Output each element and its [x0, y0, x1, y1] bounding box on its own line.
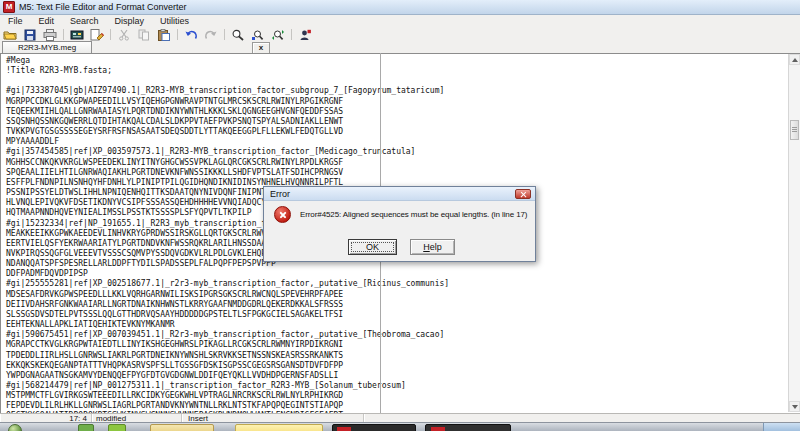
convert-icon[interactable]	[67, 28, 87, 41]
menu-item[interactable]: Search	[62, 15, 107, 28]
editor-line: #gi|733387045|gb|AIZ97490.1|_R2R3-MYB_tr…	[6, 86, 449, 96]
scrollbar-thumb[interactable]	[790, 120, 799, 140]
redo-icon	[201, 28, 221, 41]
export-icon[interactable]	[87, 28, 107, 41]
tab-bar: R2R3-MYB.meg x	[0, 41, 800, 53]
scroll-down-icon[interactable]	[789, 401, 800, 412]
print-icon[interactable]	[40, 28, 60, 41]
editor-line: #gi|590675451|ref|XP_007039451.1|_R2r3-m…	[6, 330, 449, 340]
menu-item[interactable]: File	[0, 15, 31, 28]
close-icon[interactable]	[515, 189, 531, 199]
windows-taskbar	[0, 422, 800, 431]
start-button[interactable]	[8, 424, 22, 431]
editor-line: MGRAPCCTKVGLKRGPWTAIEDTLLINYIKSHGEGHWRSL…	[6, 340, 449, 350]
scroll-up-icon[interactable]	[789, 54, 800, 65]
editor-line: SSQSNHQSSNKGQWERRLQTDIHTAKQALCDALSLDKPPV…	[6, 117, 449, 127]
editor-line	[6, 76, 449, 86]
menu-bar: FileEditSearchDisplayUtilities	[0, 15, 800, 28]
save-icon[interactable]	[20, 28, 40, 41]
error-icon	[274, 206, 291, 223]
system-tray[interactable]	[763, 423, 800, 431]
toolbar-separator	[291, 29, 292, 40]
editor-line: MGHHSCCNKQKVKRGLWSPEEDEKLINYITNYGHGCWSSV…	[6, 158, 449, 168]
editor-line: #gi|255555281|ref|XP_002518677.1|_r2r3-m…	[6, 279, 449, 289]
editor-line: DEIIVDAHSRFGNKWAAIARLLNGRTDNAIKNHWNSTLKR…	[6, 300, 449, 310]
vertical-scrollbar[interactable]	[788, 54, 800, 412]
find-icon[interactable]	[228, 28, 248, 41]
tab-active-file[interactable]: R2R3-MYB.meg	[2, 41, 92, 53]
help-button-label: elp	[430, 242, 442, 252]
window-title: M5: Text File Editor and Format Converte…	[19, 2, 186, 12]
editor-line: SPQEAALIIELHTILGNRWAQIAKHLPGRTDNEVKNFWNS…	[6, 168, 449, 178]
paste-icon[interactable]	[154, 28, 174, 41]
editor-line: MSTPMMCTFLGVIRKGSWTEEEDILLRKCIDKYGEGKWHL…	[6, 391, 449, 401]
toolbar-separator	[110, 29, 111, 40]
undo-icon[interactable]	[181, 28, 201, 41]
taskbar-active-app-button[interactable]	[235, 424, 323, 431]
editor-line: FEPDEVDLILRLHKLLGNRWSLIAGRLPGRTANDVKNYWN…	[6, 401, 449, 411]
editor-line: MPYAAAADDLF	[6, 137, 449, 147]
help-button[interactable]: Help	[410, 239, 455, 255]
error-dialog-title-bar[interactable]: Error	[264, 187, 535, 201]
taskbar-folder-button[interactable]	[150, 424, 214, 431]
editor-line: !Title R2R3-MYB.fasta;	[6, 66, 449, 76]
copy-icon	[134, 28, 154, 41]
editor-line: TEQEEKMIIHLQALLGNRWAAIASYLPQRTDNDIKNYWNT…	[6, 107, 449, 117]
editor-line: SLSSGSDVSDTELPVTSSSLQQLGTTHDRVQSAAYHDDDD…	[6, 310, 449, 320]
editor-line: MGRPPCCDKLGLKKGPWAPEEDILLVSYIQEHGPGNWRAV…	[6, 97, 449, 107]
taskbar-app-button[interactable]	[425, 424, 511, 431]
ok-button[interactable]: OK	[348, 239, 397, 255]
replace-icon[interactable]	[268, 28, 288, 41]
editor-line: TPDEDDLIIRLHSLLGNRWSLIAKRLPGRTDNEIKNYWNS…	[6, 351, 449, 361]
toolbar-separator	[63, 29, 64, 40]
app-icon: M	[3, 1, 15, 13]
toolbar	[0, 28, 800, 42]
taskbar-app-button[interactable]	[332, 424, 416, 431]
editor-line: #gi|568214479|ref|NP_001275311.1|_transc…	[6, 381, 449, 391]
toolbar-separator	[177, 29, 178, 40]
menu-item[interactable]: Utilities	[152, 15, 197, 28]
taskbar-app-icon[interactable]	[78, 424, 94, 431]
editor-line: #gi|357454585|ref|XP_003597573.1|_R2R3-M…	[6, 147, 449, 157]
taskbar-app-icon[interactable]	[108, 424, 126, 431]
application-window: M M5: Text File Editor and Format Conver…	[0, 0, 800, 431]
error-dialog: Error Error#4525: Aligned sequences must…	[263, 186, 536, 262]
search-again-icon[interactable]	[248, 28, 268, 41]
menu-item[interactable]: Display	[107, 15, 153, 28]
editor-line: #Mega	[6, 56, 449, 66]
title-bar[interactable]: M M5: Text File Editor and Format Conver…	[0, 0, 800, 15]
editor-line: EEHTEKNALLAPKLIATIQEHIKTEVKNYMKANMR	[6, 320, 449, 330]
editor-line: YWPDGNAGAATNSGKAMVYDENQQEFPYGFDTGVGDGNWL…	[6, 371, 449, 381]
editor-line: TVKKPVGTGSGSSSSEGEYSRFRSFNSASAATSDEQSDDT…	[6, 127, 449, 137]
editor-line: MDSESAFDRVKGPWSPEEDLLLKKLVQRHGARNWILISKS…	[6, 290, 449, 300]
editor-line: DDFPADMFDQVDPIPSP	[6, 269, 449, 279]
cut-icon	[114, 28, 134, 41]
ok-button-label: OK	[366, 242, 379, 252]
toolbar-separator	[224, 29, 225, 40]
editor-line: EKKQKSKEKQEGANPTATTTVHQPKASRVSPFSLLTGSSG…	[6, 361, 449, 371]
menu-item[interactable]: Edit	[31, 15, 63, 28]
analyze-icon[interactable]	[295, 28, 315, 41]
error-dialog-title: Error	[264, 187, 535, 201]
error-message: Error#4525: Aligned sequences must be eq…	[300, 210, 527, 219]
open-icon[interactable]	[0, 28, 20, 41]
